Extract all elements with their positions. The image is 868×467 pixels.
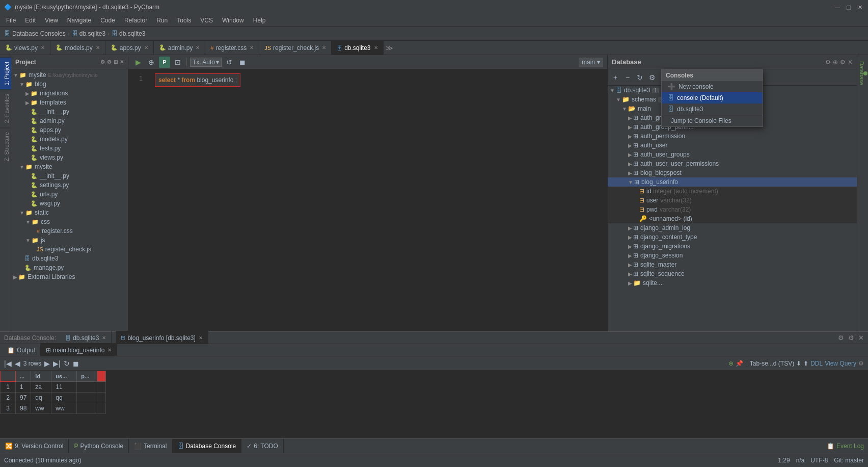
tree-item-blog[interactable]: ▼ 📁 blog (11, 80, 128, 89)
menu-window[interactable]: Window (218, 16, 248, 25)
tree-item-js-folder[interactable]: ▼ 📁 js (11, 236, 128, 245)
compare-icon[interactable]: ⊕ (728, 360, 734, 367)
menu-tools[interactable]: Tools (173, 16, 195, 25)
tree-item-ext-libs[interactable]: ▶ 📁 External Libraries (11, 272, 128, 281)
breadcrumb-db-file-2[interactable]: 🗄 db.sqlite3 (112, 30, 145, 37)
tree-item-manage-py[interactable]: ▶ 🐍 manage.py (11, 263, 128, 272)
menu-vcs[interactable]: VCS (196, 16, 217, 25)
popup-db-sqlite3[interactable]: 🗄 db.sqlite3 (662, 103, 763, 115)
bottom-nav-terminal[interactable]: ⬛ Terminal (129, 439, 172, 453)
db-item-id-col[interactable]: ▶ ⊟ id integer (auto increment) (608, 187, 857, 196)
bottom-tab-blog-userinfo-close[interactable]: ✕ (199, 335, 203, 341)
bottom-tab-sqlite3-close[interactable]: ✕ (102, 335, 106, 341)
db-layout-icon[interactable]: ⊕ (833, 59, 838, 66)
tab-close-js[interactable]: ✕ (322, 45, 326, 50)
bottom-nav-database-console[interactable]: 🗄 Database Console (173, 439, 242, 453)
bottom-panel-settings-icon[interactable]: ⚙ (838, 334, 844, 342)
more-tabs-button[interactable]: ≫ (386, 44, 393, 52)
tree-item-db-sqlite3[interactable]: ▶ 🗄 db.sqlite3 (11, 254, 128, 263)
tree-item-tests-py[interactable]: ▶ 🐍 tests.py (11, 144, 128, 153)
breadcrumb-db-file-1[interactable]: 🗄 db.sqlite3 (72, 30, 105, 37)
tab-register-check-js[interactable]: JS register_check.js ✕ (259, 41, 332, 55)
menu-view[interactable]: View (41, 16, 62, 25)
tab-close-views[interactable]: ✕ (41, 45, 45, 50)
layout-icon[interactable]: ⊞ (114, 59, 118, 65)
tree-item-admin-py[interactable]: ▶ 🐍 admin.py (11, 116, 128, 125)
ddl-button[interactable]: DDL (810, 360, 823, 367)
refresh-button[interactable]: ↻ (64, 359, 70, 368)
db-refresh-button[interactable]: ↻ (634, 72, 645, 83)
db-item-django-content-type[interactable]: ▶ ⊞ django_content_type (608, 232, 857, 242)
tab-close-apps[interactable]: ✕ (144, 45, 148, 50)
undo-button[interactable]: ↺ (224, 57, 235, 68)
nav-last-button[interactable]: ▶| (53, 359, 61, 368)
schema-selector[interactable]: main ▾ (579, 58, 603, 67)
close-button[interactable]: ✕ (856, 3, 864, 11)
maximize-button[interactable]: ▢ (845, 3, 853, 11)
side-tab-structure[interactable]: Z: Structure (0, 127, 11, 165)
format-button[interactable]: ⊡ (172, 57, 183, 68)
bottom-panel-close-icon[interactable]: ✕ (858, 334, 864, 342)
tab-models-py[interactable]: 🐍 models.py ✕ (50, 41, 105, 55)
tree-item-wsgi-py[interactable]: ▶ 🐍 wsgi.py (11, 199, 128, 208)
tab-close-admin[interactable]: ✕ (196, 45, 200, 50)
stop-loading-button[interactable]: ◼ (73, 359, 79, 368)
menu-help[interactable]: Help (249, 16, 270, 25)
db-item-auth-user[interactable]: ▶ ⊞ auth_user (608, 141, 857, 150)
bottom-tab-blog-userinfo[interactable]: ⊞ blog_userinfo [db.sqlite3] ✕ (116, 331, 208, 345)
right-side-tab-database[interactable]: Database (857, 57, 869, 89)
tab-close-db[interactable]: ✕ (374, 45, 378, 50)
tree-item-models-py[interactable]: ▶ 🐍 models.py (11, 135, 128, 144)
popup-jump-console-files[interactable]: Jump to Console Files (662, 115, 763, 126)
th-dots[interactable]: ... (16, 371, 31, 382)
menu-refactor[interactable]: Refactor (120, 16, 151, 25)
db-item-blog-blogspost[interactable]: ▶ ⊞ blog_blogspost (608, 168, 857, 177)
table-row-1[interactable]: 1 1 za 11 (1, 382, 106, 393)
import-icon[interactable]: ⬆ (803, 360, 808, 367)
bottom-panel-gear-icon[interactable]: ⚙ (848, 334, 854, 342)
python-console-button[interactable]: P (159, 57, 170, 68)
output-tab-output[interactable]: 📋 Output (2, 343, 41, 357)
tree-item-apps-py[interactable]: ▶ 🐍 apps.py (11, 125, 128, 135)
view-query-button[interactable]: View Query (825, 360, 856, 367)
db-gear-icon[interactable]: ⚙ (840, 59, 846, 66)
menu-navigate[interactable]: Navigate (63, 16, 95, 25)
export-icon[interactable]: ⬇ (796, 360, 801, 367)
tree-item-css-folder[interactable]: ▼ 📁 css (11, 217, 128, 226)
tree-item-mysite-inner[interactable]: ▼ 📁 mysite (11, 162, 128, 171)
tab-close-css[interactable]: ✕ (250, 45, 254, 50)
db-add-button[interactable]: + (610, 72, 621, 83)
tab-register-css[interactable]: # register.css ✕ (205, 41, 259, 55)
db-item-auth-user-user-perm[interactable]: ▶ ⊞ auth_user_user_permissions (608, 159, 857, 168)
db-item-auth-user-groups[interactable]: ▶ ⊞ auth_user_groups (608, 150, 857, 159)
db-close-icon[interactable]: ✕ (848, 59, 853, 66)
close-panel-icon[interactable]: ✕ (120, 59, 124, 65)
event-log-button[interactable]: 📋 Event Log (823, 443, 868, 450)
db-item-sqlite-master[interactable]: ▶ ⊞ sqlite_master (608, 260, 857, 269)
tree-item-migrations[interactable]: ▶ 📁 migrations (11, 89, 128, 98)
side-tab-favorites[interactable]: 2: Favorites (0, 89, 11, 127)
nav-first-button[interactable]: |◀ (4, 359, 12, 368)
th-user[interactable]: us... (51, 371, 77, 382)
db-item-django-migrations[interactable]: ▶ ⊞ django_migrations (608, 242, 857, 251)
tree-item-mysite-root[interactable]: ▼ 📁 mysite E:\kusy\python\mysite (11, 70, 128, 80)
tree-item-register-css[interactable]: ▶ # register.css (11, 226, 128, 236)
stop-button[interactable]: ◼ (237, 57, 248, 68)
nav-next-button[interactable]: ▶ (44, 359, 50, 368)
tx-selector[interactable]: Tx: Auto ▾ (190, 58, 222, 67)
menu-edit[interactable]: Edit (21, 16, 40, 25)
nav-prev-button[interactable]: ◀ (15, 359, 20, 368)
table-row-2[interactable]: 2 97 qq qq (1, 393, 106, 403)
run-button[interactable]: ▶ (132, 57, 144, 68)
db-settings-icon[interactable]: ⚙ (825, 59, 831, 66)
commit-button[interactable]: ⊕ (146, 57, 157, 68)
gear-icon[interactable]: ⚙ (100, 59, 105, 65)
db-item-blog-userinfo[interactable]: ▼ ⊞ blog_userinfo (608, 177, 857, 187)
tree-item-register-check-js[interactable]: ▶ JS register_check.js (11, 245, 128, 254)
db-item-auth-permission[interactable]: ▶ ⊞ auth_permission (608, 132, 857, 141)
tree-item-init-py[interactable]: ▶ 🐍 __init__.py (11, 107, 128, 116)
tree-item-static[interactable]: ▼ 📁 static (11, 208, 128, 217)
tree-item-views-py[interactable]: ▶ 🐍 views.py (11, 153, 128, 162)
pin-icon[interactable]: 📌 (736, 360, 743, 367)
output-tab-main-blog[interactable]: ⊞ main.blog_userinfo ✕ (41, 343, 117, 357)
